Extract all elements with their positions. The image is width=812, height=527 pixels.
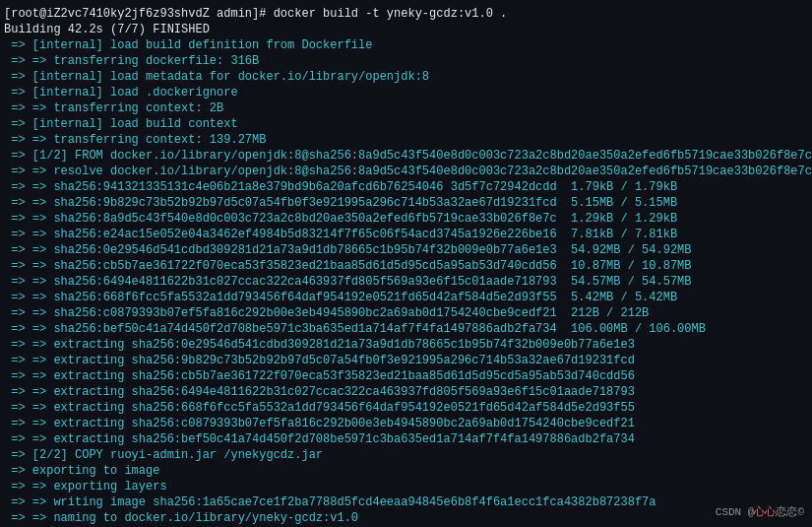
terminal-line-7: => [internal] load build context bbox=[4, 116, 808, 132]
terminal-line-27: => => extracting sha256:bef50c41a74d450f… bbox=[4, 431, 808, 447]
terminal-line-24: => => extracting sha256:6494e4811622b31c… bbox=[4, 384, 808, 400]
terminal-line-1: Building 42.2s (7/7) FINISHED bbox=[4, 22, 808, 37]
terminal-window: [root@iZ2vc7410ky2jf6z93shvdZ admin]# do… bbox=[0, 0, 812, 527]
terminal-line-14: => => sha256:e24ac15e052e04a3462ef4984b5… bbox=[4, 227, 808, 242]
terminal-line-4: => [internal] load metadata for docker.i… bbox=[4, 69, 808, 85]
terminal-line-0: [root@iZ2vc7410ky2jf6z93shvdZ admin]# do… bbox=[4, 6, 808, 22]
watermark: CSDN @心心恋恋© bbox=[716, 504, 804, 519]
terminal-line-8: => => transferring context: 139.27MB bbox=[4, 132, 808, 148]
terminal-line-23: => => extracting sha256:cb5b7ae361722f07… bbox=[4, 368, 808, 384]
terminal-line-21: => => extracting sha256:0e29546d541cdbd3… bbox=[4, 337, 808, 353]
terminal-line-9: => [1/2] FROM docker.io/library/openjdk:… bbox=[4, 148, 808, 164]
terminal-line-20: => => sha256:bef50c41a74d450f2d708be5971… bbox=[4, 321, 808, 337]
terminal-line-30: => => exporting layers bbox=[4, 479, 808, 494]
terminal-line-2: => [internal] load build definition from… bbox=[4, 37, 808, 53]
terminal-line-31: => => writing image sha256:1a65cae7ce1f2… bbox=[4, 494, 808, 510]
terminal-line-15: => => sha256:0e29546d541cdbd309281d21a73… bbox=[4, 242, 808, 258]
terminal-line-32: => => naming to docker.io/library/yneky-… bbox=[4, 510, 808, 526]
terminal-line-22: => => extracting sha256:9b829c73b52b92b9… bbox=[4, 353, 808, 368]
terminal-line-26: => => extracting sha256:c0879393b07ef5fa… bbox=[4, 416, 808, 431]
terminal-line-25: => => extracting sha256:668f6fcc5fa5532a… bbox=[4, 400, 808, 416]
terminal-line-10: => => resolve docker.io/library/openjdk:… bbox=[4, 164, 808, 179]
terminal-line-3: => => transferring dockerfile: 316B bbox=[4, 53, 808, 69]
terminal-line-6: => => transferring context: 2B bbox=[4, 100, 808, 116]
terminal-line-19: => => sha256:c0879393b07ef5fa816c292b00e… bbox=[4, 305, 808, 321]
terminal-line-28: => [2/2] COPY ruoyi-admin.jar /ynekygcdz… bbox=[4, 447, 808, 463]
terminal-line-5: => [internal] load .dockerignore bbox=[4, 85, 808, 100]
terminal-line-18: => => sha256:668f6fcc5fa5532a1dd793456f6… bbox=[4, 290, 808, 305]
heart-icon: 心心 bbox=[754, 506, 776, 518]
terminal-line-12: => => sha256:9b829c73b52b92b97d5c07a54fb… bbox=[4, 195, 808, 211]
terminal-line-13: => => sha256:8a9d5c43f540e8d0c003c723a2c… bbox=[4, 211, 808, 227]
terminal-line-17: => => sha256:6494e4811622b31c027ccac322c… bbox=[4, 274, 808, 290]
terminal-line-29: => exporting to image bbox=[4, 463, 808, 479]
terminal-line-16: => => sha256:cb5b7ae361722f070eca53f3582… bbox=[4, 258, 808, 274]
terminal-line-11: => => sha256:941321335131c4e06b21a8e379b… bbox=[4, 179, 808, 195]
watermark-text: CSDN @心心恋恋© bbox=[716, 506, 804, 518]
